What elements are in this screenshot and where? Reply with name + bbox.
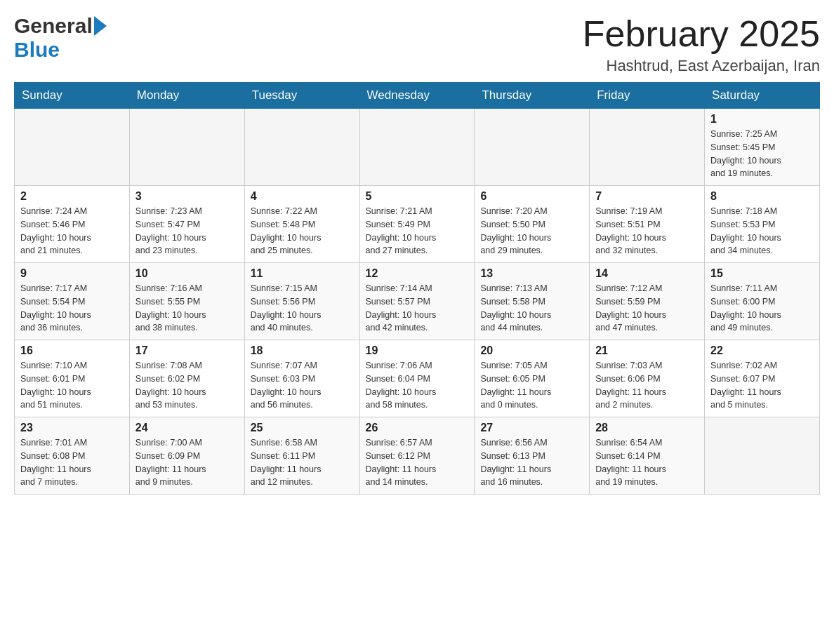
day-info: Sunrise: 7:03 AM Sunset: 6:06 PM Dayligh… <box>595 359 699 412</box>
day-number: 27 <box>480 422 583 434</box>
calendar-week-row: 1Sunrise: 7:25 AM Sunset: 5:45 PM Daylig… <box>15 109 820 186</box>
day-info: Sunrise: 7:06 AM Sunset: 6:04 PM Dayligh… <box>366 359 469 412</box>
calendar-cell: 17Sunrise: 7:08 AM Sunset: 6:02 PM Dayli… <box>129 340 244 417</box>
calendar-cell: 23Sunrise: 7:01 AM Sunset: 6:08 PM Dayli… <box>15 417 130 495</box>
day-info: Sunrise: 7:11 AM Sunset: 6:00 PM Dayligh… <box>710 282 814 335</box>
weekday-header-wednesday: Wednesday <box>359 83 475 109</box>
day-number: 24 <box>135 422 239 434</box>
day-info: Sunrise: 6:58 AM Sunset: 6:11 PM Dayligh… <box>251 436 354 489</box>
weekday-header-monday: Monday <box>129 83 244 109</box>
calendar-table: SundayMondayTuesdayWednesdayThursdayFrid… <box>14 82 820 495</box>
day-info: Sunrise: 7:13 AM Sunset: 5:58 PM Dayligh… <box>480 282 583 335</box>
calendar-cell: 3Sunrise: 7:23 AM Sunset: 5:47 PM Daylig… <box>129 186 244 263</box>
calendar-cell: 13Sunrise: 7:13 AM Sunset: 5:58 PM Dayli… <box>475 263 590 340</box>
location-text: Hashtrud, East Azerbaijan, Iran <box>583 57 820 75</box>
logo-arrow-icon <box>94 16 107 36</box>
day-info: Sunrise: 7:24 AM Sunset: 5:46 PM Dayligh… <box>20 205 124 257</box>
calendar-cell: 2Sunrise: 7:24 AM Sunset: 5:46 PM Daylig… <box>15 186 130 263</box>
day-info: Sunrise: 6:57 AM Sunset: 6:12 PM Dayligh… <box>366 436 469 489</box>
weekday-header-sunday: Sunday <box>15 83 130 109</box>
day-info: Sunrise: 6:54 AM Sunset: 6:14 PM Dayligh… <box>595 436 699 489</box>
calendar-cell <box>244 109 359 186</box>
calendar-week-row: 23Sunrise: 7:01 AM Sunset: 6:08 PM Dayli… <box>15 417 820 495</box>
day-info: Sunrise: 7:22 AM Sunset: 5:48 PM Dayligh… <box>251 205 354 257</box>
day-info: Sunrise: 7:19 AM Sunset: 5:51 PM Dayligh… <box>595 205 699 257</box>
day-number: 14 <box>595 267 699 280</box>
calendar-cell <box>705 417 820 495</box>
calendar-cell: 22Sunrise: 7:02 AM Sunset: 6:07 PM Dayli… <box>705 340 820 417</box>
day-info: Sunrise: 7:25 AM Sunset: 5:45 PM Dayligh… <box>710 128 814 180</box>
weekday-header-thursday: Thursday <box>475 83 590 109</box>
day-info: Sunrise: 7:21 AM Sunset: 5:49 PM Dayligh… <box>366 205 469 257</box>
calendar-cell: 11Sunrise: 7:15 AM Sunset: 5:56 PM Dayli… <box>244 263 359 340</box>
logo-blue-text: Blue <box>14 38 60 61</box>
day-number: 3 <box>135 190 239 203</box>
calendar-cell: 21Sunrise: 7:03 AM Sunset: 6:06 PM Dayli… <box>590 340 705 417</box>
day-info: Sunrise: 7:17 AM Sunset: 5:54 PM Dayligh… <box>20 282 124 335</box>
calendar-cell: 15Sunrise: 7:11 AM Sunset: 6:00 PM Dayli… <box>705 263 820 340</box>
title-block: February 2025 Hashtrud, East Azerbaijan,… <box>583 14 820 75</box>
calendar-cell: 5Sunrise: 7:21 AM Sunset: 5:49 PM Daylig… <box>359 186 475 263</box>
day-info: Sunrise: 7:00 AM Sunset: 6:09 PM Dayligh… <box>135 436 239 489</box>
day-number: 25 <box>251 422 354 434</box>
month-title: February 2025 <box>583 14 820 54</box>
calendar-cell: 16Sunrise: 7:10 AM Sunset: 6:01 PM Dayli… <box>15 340 130 417</box>
calendar-cell <box>359 109 475 186</box>
calendar-cell: 1Sunrise: 7:25 AM Sunset: 5:45 PM Daylig… <box>705 109 820 186</box>
logo-general-text: General <box>14 14 93 38</box>
day-number: 2 <box>20 190 124 203</box>
day-info: Sunrise: 7:10 AM Sunset: 6:01 PM Dayligh… <box>20 359 124 412</box>
day-info: Sunrise: 6:56 AM Sunset: 6:13 PM Dayligh… <box>480 436 583 489</box>
day-info: Sunrise: 7:14 AM Sunset: 5:57 PM Dayligh… <box>366 282 469 335</box>
calendar-cell: 7Sunrise: 7:19 AM Sunset: 5:51 PM Daylig… <box>590 186 705 263</box>
day-info: Sunrise: 7:16 AM Sunset: 5:55 PM Dayligh… <box>135 282 239 335</box>
weekday-header-friday: Friday <box>590 83 705 109</box>
calendar-cell: 18Sunrise: 7:07 AM Sunset: 6:03 PM Dayli… <box>244 340 359 417</box>
calendar-cell <box>590 109 705 186</box>
day-info: Sunrise: 7:20 AM Sunset: 5:50 PM Dayligh… <box>480 205 583 257</box>
calendar-cell: 20Sunrise: 7:05 AM Sunset: 6:05 PM Dayli… <box>475 340 590 417</box>
calendar-cell: 14Sunrise: 7:12 AM Sunset: 5:59 PM Dayli… <box>590 263 705 340</box>
calendar-cell: 28Sunrise: 6:54 AM Sunset: 6:14 PM Dayli… <box>590 417 705 495</box>
day-number: 8 <box>710 190 814 203</box>
calendar-cell <box>15 109 130 186</box>
calendar-cell: 9Sunrise: 7:17 AM Sunset: 5:54 PM Daylig… <box>15 263 130 340</box>
calendar-cell: 12Sunrise: 7:14 AM Sunset: 5:57 PM Dayli… <box>359 263 475 340</box>
day-number: 13 <box>480 267 583 280</box>
day-number: 22 <box>710 344 814 357</box>
day-number: 1 <box>710 113 814 126</box>
calendar-cell: 27Sunrise: 6:56 AM Sunset: 6:13 PM Dayli… <box>475 417 590 495</box>
day-number: 6 <box>480 190 583 203</box>
calendar-cell <box>129 109 244 186</box>
day-number: 11 <box>251 267 354 280</box>
calendar-cell: 19Sunrise: 7:06 AM Sunset: 6:04 PM Dayli… <box>359 340 475 417</box>
day-info: Sunrise: 7:15 AM Sunset: 5:56 PM Dayligh… <box>251 282 354 335</box>
day-info: Sunrise: 7:08 AM Sunset: 6:02 PM Dayligh… <box>135 359 239 412</box>
day-number: 18 <box>251 344 354 357</box>
day-number: 10 <box>135 267 239 280</box>
day-number: 20 <box>480 344 583 357</box>
day-number: 5 <box>366 190 469 203</box>
calendar-week-row: 2Sunrise: 7:24 AM Sunset: 5:46 PM Daylig… <box>15 186 820 263</box>
calendar-cell: 4Sunrise: 7:22 AM Sunset: 5:48 PM Daylig… <box>244 186 359 263</box>
day-number: 19 <box>366 344 469 357</box>
calendar-cell <box>475 109 590 186</box>
day-number: 15 <box>710 267 814 280</box>
calendar-week-row: 16Sunrise: 7:10 AM Sunset: 6:01 PM Dayli… <box>15 340 820 417</box>
day-number: 7 <box>595 190 699 203</box>
weekday-header-saturday: Saturday <box>705 83 820 109</box>
day-number: 28 <box>595 422 699 434</box>
weekday-header-tuesday: Tuesday <box>244 83 359 109</box>
day-number: 17 <box>135 344 239 357</box>
day-info: Sunrise: 7:02 AM Sunset: 6:07 PM Dayligh… <box>710 359 814 412</box>
calendar-cell: 6Sunrise: 7:20 AM Sunset: 5:50 PM Daylig… <box>475 186 590 263</box>
calendar-cell: 25Sunrise: 6:58 AM Sunset: 6:11 PM Dayli… <box>244 417 359 495</box>
day-number: 21 <box>595 344 699 357</box>
weekday-header-row: SundayMondayTuesdayWednesdayThursdayFrid… <box>15 83 820 109</box>
day-number: 16 <box>20 344 124 357</box>
day-info: Sunrise: 7:23 AM Sunset: 5:47 PM Dayligh… <box>135 205 239 257</box>
calendar-cell: 24Sunrise: 7:00 AM Sunset: 6:09 PM Dayli… <box>129 417 244 495</box>
calendar-cell: 10Sunrise: 7:16 AM Sunset: 5:55 PM Dayli… <box>129 263 244 340</box>
page-header: General Blue February 2025 Hashtrud, Eas… <box>14 14 820 75</box>
day-number: 9 <box>20 267 124 280</box>
